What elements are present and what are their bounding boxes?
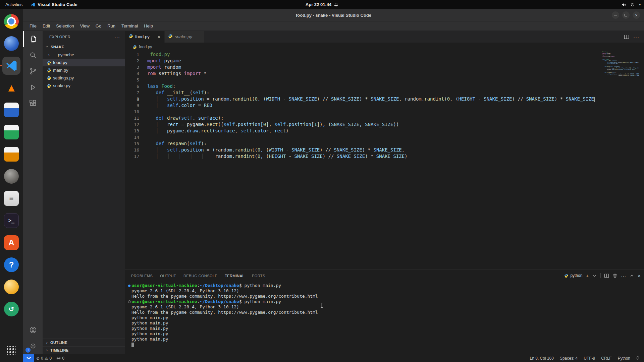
system-status-area[interactable]: ▾ [622,2,641,7]
terminal-launch-chevron-icon[interactable] [592,273,597,278]
dock-ubuntu-software-icon[interactable]: A [2,234,20,252]
panel-tab-debug-console[interactable]: DEBUG CONSOLE [183,271,217,280]
file-tree-item[interactable]: settings.py [43,74,125,82]
code-line[interactable]: def __init__(self): [147,89,644,96]
activities-button[interactable]: Activities [3,2,24,7]
split-terminal-icon[interactable] [604,273,609,278]
code-editor[interactable]: 1234567891011121314151617 # food.pyimpor… [125,51,644,269]
menu-view[interactable]: View [77,22,93,29]
command-decoration-icon[interactable] [127,299,131,304]
menu-go[interactable]: Go [93,22,104,29]
run-debug-icon[interactable] [23,79,43,95]
settings-badge: 1 [25,348,31,353]
split-editor-icon[interactable] [624,34,629,40]
explorer-more-actions-icon[interactable]: ··· [114,34,120,40]
code-line[interactable]: │ self.color = RED [147,102,644,109]
status-language[interactable]: Python [615,356,633,361]
new-terminal-icon[interactable]: + [586,273,589,279]
file-tree-item[interactable]: food.py [43,59,125,66]
menu-terminal[interactable]: Terminal [118,22,141,29]
close-button[interactable]: × [633,11,640,19]
code-line[interactable] [147,77,644,83]
menu-selection[interactable]: Selection [53,22,77,29]
code-line[interactable]: class Food: [147,83,644,89]
dock-cheese-icon[interactable] [2,278,20,296]
ports-indicator[interactable]: 0 [54,354,67,362]
code-line[interactable] [147,134,644,140]
code-lines[interactable]: # food.pyimport pygameimport randomfrom … [147,51,644,269]
panel-more-actions-icon[interactable]: ··· [621,273,626,279]
dock-vlc-icon[interactable]: ▲ [2,79,20,97]
code-line[interactable]: import pygame [147,58,644,64]
panel-tab-terminal[interactable]: TERMINAL [225,271,245,280]
settings-icon[interactable]: 1 [23,338,43,354]
minimap[interactable]: # food.pyimport pygameimport randomfrom … [602,51,639,269]
dock-chrome-icon[interactable] [2,12,20,31]
dock-gimp-icon[interactable] [2,167,20,185]
panel-tab-problems[interactable]: PROBLEMS [131,271,153,280]
focused-app-menu[interactable]: Visual Studio Code [31,2,77,7]
close-tab-icon[interactable]: × [157,34,161,40]
status-eol[interactable]: CRLF [598,356,614,361]
terminal-content[interactable]: user@user-virtual-machine:~/Desktop/snak… [125,281,644,354]
maximize-panel-icon[interactable] [629,273,634,278]
timeline-section[interactable]: › TIMELINE [43,346,125,354]
explorer-icon[interactable] [23,31,43,47]
kill-terminal-icon[interactable] [612,273,618,278]
dock-terminal-icon[interactable]: >_ [2,212,20,230]
status-cursor-position[interactable]: Ln 8, Col 160 [527,356,557,361]
command-decoration-icon[interactable] [127,283,131,288]
gnome-top-bar: Activities Visual Studio Code Apr 22 01:… [0,0,644,9]
file-tree-item[interactable]: ›__pycache__ [43,51,125,59]
clock-menu[interactable]: Apr 22 01:44 [306,2,338,7]
file-tree-item[interactable]: snake.py [43,82,125,89]
dock-vscode-icon[interactable] [2,57,20,75]
panel-tab-ports[interactable]: PORTS [252,271,265,280]
status-encoding[interactable]: UTF-8 [581,356,598,361]
tab-snake.py[interactable]: snake.py [165,31,204,43]
file-tree-item[interactable]: main.py [43,66,125,74]
dock-show-applications-icon[interactable] [2,341,20,359]
code-line[interactable]: from settings import * [147,70,644,77]
terminal-profile[interactable]: python [564,273,582,278]
code-line[interactable]: def respawn(self): [147,140,644,147]
accounts-icon[interactable] [23,322,43,338]
notifications-bell[interactable] [633,354,644,362]
extensions-icon[interactable] [23,95,43,111]
code-line[interactable] [147,109,644,115]
code-line[interactable]: │ pygame.draw.rect(surface, self.color, … [147,128,644,134]
tab-food.py[interactable]: food.py× [125,31,165,43]
source-control-icon[interactable] [23,63,43,79]
problems-indicator[interactable]: ⊘0 ⚠0 [34,354,54,362]
dock-libreoffice-writer-icon[interactable] [2,101,20,119]
dock-trash-icon[interactable]: ↺ [2,300,20,318]
maximize-button[interactable] [622,11,630,19]
dock-chromium-icon[interactable] [2,35,20,53]
code-line[interactable]: def draw(self, surface): [147,115,644,121]
menu-help[interactable]: Help [141,22,156,29]
editor-more-actions-icon[interactable]: ··· [633,34,639,40]
code-line[interactable]: # food.py [147,51,644,58]
window-title-bar[interactable]: food.py - snake - Visual Studio Code × [23,9,644,21]
code-line[interactable]: import random [147,64,644,70]
menu-file[interactable]: File [26,22,40,29]
menu-run[interactable]: Run [104,22,118,29]
dock-libreoffice-calc-icon[interactable] [2,123,20,141]
close-panel-icon[interactable]: × [638,273,641,279]
code-line[interactable]: │ │ │ │ │ │ random.randint(0, (HEIGHT - … [147,153,644,160]
remote-indicator[interactable]: >< [23,354,34,362]
minimize-button[interactable] [612,11,619,19]
dock-text-editor-icon[interactable]: ≡ [2,189,20,207]
panel-tab-output[interactable]: OUTPUT [160,271,176,280]
workspace-section-header[interactable]: › SNAKE [43,43,125,51]
code-line[interactable]: │ rect = pygame.Rect((self.position[0], … [147,121,644,128]
outline-section[interactable]: › OUTLINE [43,339,125,346]
search-icon[interactable] [23,47,43,63]
menu-edit[interactable]: Edit [40,22,53,29]
dock-libreoffice-impress-icon[interactable] [2,145,20,163]
dock-help-icon[interactable]: ? [2,256,20,274]
code-line[interactable]: │ self.position = (random.randint(0, (WI… [147,147,644,153]
breadcrumb[interactable]: food.py [125,43,644,51]
status-indentation[interactable]: Spaces: 4 [557,356,581,361]
code-line[interactable]: │ self.position = random.randint(0, (WID… [147,96,644,102]
